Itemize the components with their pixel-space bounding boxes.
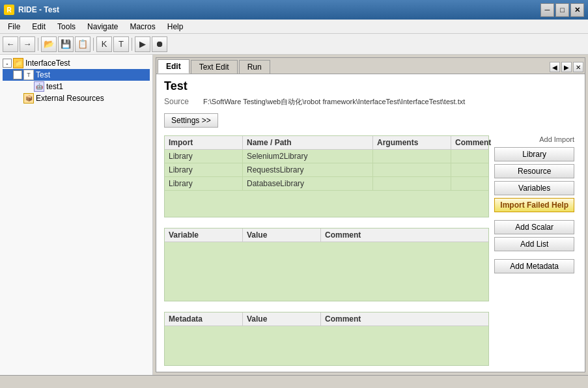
minimize-button[interactable]: ─ [540,3,554,17]
tree-item-external-resources[interactable]: 📦 External Resources [3,92,150,104]
open-button[interactable]: 📂 [41,36,57,52]
meta-col-comment: Comment [321,312,488,326]
panel-content: Test Source F:\SoftWare Testing\web自动化\r… [156,74,585,372]
copy-button[interactable]: 📋 [75,36,91,52]
add-import-label: Add Import [494,135,574,143]
import-col-import: Import [165,136,243,149]
import-table: Import Name / Path Arguments Comment Lib… [164,135,489,217]
sidebar: - 📁 InterfaceTest - T Test 🤖 test1 📦 Ext… [0,55,153,375]
metadata-empty-rows [165,326,488,365]
edit-panel: Edit Text Edit Run ◀ ▶ ✕ Test Source F:\… [156,57,585,372]
source-label: Source [164,97,203,106]
import-row-2-type: Library [165,177,243,190]
tree-item-interfacetest[interactable]: - 📁 InterfaceTest [3,57,150,69]
import-row-2[interactable]: Library DatabaseLibrary [165,177,488,191]
expander-test[interactable]: - [13,70,22,79]
side-buttons: Add Import Library Resource Variables Im… [494,135,574,273]
window-controls: ─ □ ✕ [540,3,584,17]
variables-button[interactable]: Variables [494,181,574,195]
source-path: F:\SoftWare Testing\web自动化\robot framewo… [203,97,465,107]
play-button[interactable]: ▶ [135,36,150,52]
resource-button[interactable]: Resource [494,164,574,178]
main-layout: - 📁 InterfaceTest - T Test 🤖 test1 📦 Ext… [0,55,588,375]
tab-text-edit[interactable]: Text Edit [191,60,238,74]
import-row-0-type: Library [165,150,243,163]
import-failed-help-button[interactable]: Import Failed Help [494,198,574,212]
add-scalar-button[interactable]: Add Scalar [494,220,574,234]
import-row-2-comment [451,177,488,190]
t-button[interactable]: T [113,36,129,52]
import-col-comment: Comment [451,136,495,149]
forward-button[interactable]: → [20,36,35,52]
import-row-1-name: RequestsLibrary [243,163,373,176]
variable-header-row: Variable Value Comment [165,229,488,242]
import-row-2-name: DatabaseLibrary [243,177,373,190]
k-button[interactable]: K [96,36,112,52]
file-icon-test: T [23,70,34,80]
maximize-button[interactable]: □ [555,3,569,17]
import-row-1-comment [451,163,488,176]
status-bar [0,375,588,388]
close-button[interactable]: ✕ [570,3,584,17]
content-area: Edit Text Edit Run ◀ ▶ ✕ Test Source F:\… [153,55,588,375]
toolbar-separator-1 [38,38,38,51]
import-row-1-args [373,163,451,176]
tree-label-test1: test1 [46,82,63,91]
tab-edit[interactable]: Edit [158,59,189,74]
folder-icon-interfacetest: 📁 [13,58,23,68]
var-col-variable: Variable [165,229,243,242]
robot-icon-test1: 🤖 [34,81,44,92]
import-row-0[interactable]: Library Selenium2Library [165,150,488,163]
variable-table: Variable Value Comment [164,228,489,301]
import-row-0-args [373,150,451,163]
menu-macros[interactable]: Macros [124,21,160,33]
tree-label-interfacetest: InterfaceTest [25,59,70,68]
import-col-name: Name / Path [243,136,373,149]
menu-tools[interactable]: Tools [52,21,81,33]
metadata-header-row: Metadata Value Comment [165,312,488,326]
record-button[interactable]: ⏺ [152,36,167,52]
tab-bar: Edit Text Edit Run ◀ ▶ ✕ [156,58,585,74]
library-button[interactable]: Library [494,147,574,161]
window-title: RIDE - Test [18,5,59,14]
add-list-button[interactable]: Add List [494,237,574,251]
toolbar-separator-2 [93,38,94,51]
tab-prev-button[interactable]: ◀ [550,62,560,72]
var-col-value: Value [243,229,321,242]
import-row-1[interactable]: Library RequestsLibrary [165,163,488,177]
toolbar: ← → 📂 💾 📋 K T ▶ ⏺ [0,34,588,55]
menu-navigate[interactable]: Navigate [82,21,123,33]
import-row-0-comment [451,150,488,163]
variable-empty-rows [165,242,488,301]
toolbar-separator-3 [132,38,132,51]
tab-nav: ◀ ▶ ✕ [550,62,583,74]
meta-col-metadata: Metadata [165,312,243,326]
import-row-2-args [373,177,451,190]
panel-title: Test [164,79,577,93]
back-button[interactable]: ← [3,36,18,52]
tab-next-button[interactable]: ▶ [561,62,572,72]
metadata-table: Metadata Value Comment [164,312,489,366]
app-icon: R [4,5,14,15]
import-col-arguments: Arguments [373,136,451,149]
ext-resource-icon: 📦 [23,93,34,104]
save-button[interactable]: 💾 [58,36,74,52]
import-header-row: Import Name / Path Arguments Comment [165,136,488,150]
tree-item-test[interactable]: - T Test [3,69,150,81]
add-metadata-button[interactable]: Add Metadata [494,259,574,273]
import-row-0-name: Selenium2Library [243,150,373,163]
tab-close-button[interactable]: ✕ [573,62,583,72]
menu-file[interactable]: File [3,21,25,33]
menu-help[interactable]: Help [162,21,189,33]
main-tables: Import Name / Path Arguments Comment Lib… [164,135,489,366]
tree-label-test: Test [36,70,50,79]
tree-item-test1[interactable]: 🤖 test1 [3,81,150,92]
main-two-col: Import Name / Path Arguments Comment Lib… [164,135,577,366]
source-row: Source F:\SoftWare Testing\web自动化\robot … [164,97,577,107]
import-row-1-type: Library [165,163,243,176]
settings-button[interactable]: Settings >> [164,113,218,128]
title-bar: R RIDE - Test ─ □ ✕ [0,0,588,20]
menu-edit[interactable]: Edit [27,21,51,33]
tab-run[interactable]: Run [239,60,270,74]
expander-interfacetest[interactable]: - [3,59,12,68]
